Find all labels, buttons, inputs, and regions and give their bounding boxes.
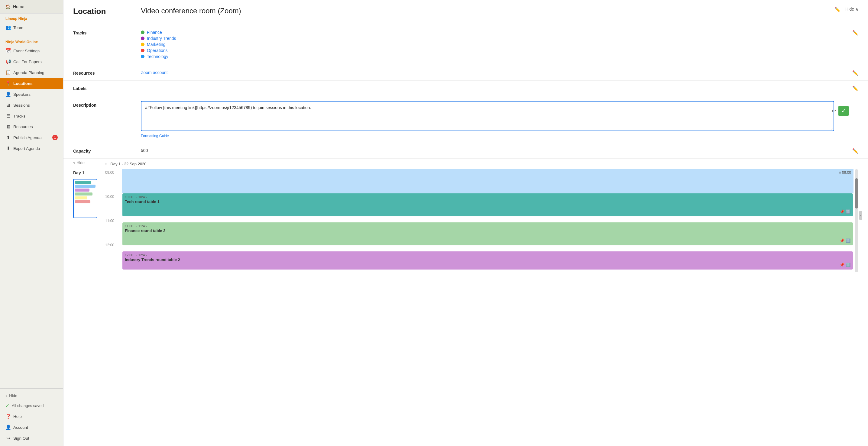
location-icon: 📍: [5, 81, 11, 86]
publish-agenda-label: Publish Agenda: [13, 135, 42, 140]
chevron-up-icon: ∧: [855, 7, 858, 11]
call-for-papers-label: Call For Papers: [13, 60, 42, 64]
sidebar-item-locations[interactable]: 📍 Locations: [0, 78, 63, 89]
session-time: 12:00 → 12:45: [125, 253, 850, 257]
info-icon: ℹ️: [846, 238, 850, 243]
scrollbar-track[interactable]: [855, 169, 858, 272]
labels-edit-button[interactable]: ✏️: [852, 86, 858, 91]
schedule-hide-col: < Hide Day 1: [73, 159, 100, 272]
track-item: Industry Trends: [141, 36, 858, 41]
sidebar-item-resources[interactable]: 🖥 Resources: [0, 122, 63, 132]
all-changes-saved: ✓ All changes saved: [0, 401, 63, 411]
sidebar-item-speakers[interactable]: 👤 Speakers: [0, 89, 63, 100]
page-title-col: Location: [73, 7, 133, 21]
lineup-ninja-label: Lineup Ninja: [0, 13, 63, 22]
main-content: Location Video conference room (Zoom) ✏️…: [63, 0, 868, 446]
formatting-guide-link[interactable]: Formatting Guide: [141, 134, 169, 138]
schedule-nav-prev[interactable]: ‹: [105, 161, 107, 166]
schedule-hide-button[interactable]: < Hide: [73, 159, 85, 167]
topbar: Location Video conference room (Zoom) ✏️…: [63, 0, 868, 25]
agenda-icon: 📋: [5, 70, 11, 75]
sidebar-item-call-for-papers[interactable]: 📢 Call For Papers: [0, 56, 63, 67]
location-name-col: Video conference room (Zoom): [133, 7, 834, 25]
sessions-label: Sessions: [13, 103, 30, 107]
thumb-bar: [75, 192, 92, 195]
thumb-bar: [75, 196, 87, 199]
resources-field-value: Zoom account: [133, 70, 858, 75]
sidebar-item-export-agenda[interactable]: ⬇ Export Agenda: [0, 143, 63, 154]
track-name: Operations: [147, 48, 167, 53]
collapse-right-button[interactable]: ‹: [859, 211, 862, 220]
sidebar: 🏠 Home Lineup Ninja 👥 Team Ninja World O…: [0, 0, 63, 446]
info-icon: ℹ️: [846, 210, 850, 214]
day1-label: Day 1: [73, 169, 84, 177]
publish-badge: 1: [52, 135, 58, 140]
session-card[interactable]: 11:00 → 11:45 Finance round table 2 📌 ℹ️: [122, 222, 853, 245]
description-confirm-button[interactable]: ✓: [838, 106, 849, 116]
description-undo-button[interactable]: ↩: [831, 107, 836, 114]
sidebar-item-tracks[interactable]: ☰ Tracks: [0, 110, 63, 122]
description-field-value: Formatting Guide ↩ ✓: [133, 101, 858, 138]
session-name: Finance round table 2: [125, 228, 850, 233]
pin-icon: 📌: [840, 238, 844, 243]
capacity-edit-button[interactable]: ✏️: [852, 148, 858, 154]
event-settings-label: Event Settings: [13, 49, 39, 53]
sidebar-home[interactable]: 🏠 Home: [0, 0, 63, 13]
location-name-edit-button[interactable]: ✏️: [834, 7, 845, 17]
day-thumbnail: [73, 179, 97, 218]
sidebar-item-agenda-planning[interactable]: 📋 Agenda Planning: [0, 67, 63, 78]
labels-row: Labels ✏️: [63, 81, 868, 96]
team-icon: 👥: [5, 25, 11, 30]
session-card[interactable]: 10:00 → 10:45 Tech round table 1 📌 ℹ️: [122, 193, 853, 216]
scrollbar-thumb[interactable]: [855, 178, 858, 209]
tracks-icon: ☰: [5, 113, 11, 119]
track-item: Marketing: [141, 42, 858, 47]
sessions-column: ≡ 09:00 10:00 → 10:45 Tech round table 1…: [122, 169, 854, 272]
sidebar-item-publish-agenda[interactable]: ⬆ Publish Agenda 1: [0, 132, 63, 143]
description-actions: ↩ ✓: [831, 106, 849, 116]
capacity-row: Capacity 500 ✏️: [63, 143, 868, 159]
session-time: 11:00 → 11:45: [125, 224, 850, 228]
track-dot: [141, 49, 145, 52]
track-dot: [141, 42, 145, 46]
sidebar-item-account[interactable]: 👤 Account: [0, 422, 63, 433]
time-column: 09:0010:0011:0012:00: [105, 169, 122, 272]
track-name: Technology: [147, 54, 168, 59]
resources-label: Resources: [13, 125, 33, 129]
sessions-container: 10:00 → 10:45 Tech round table 1 📌 ℹ️ 11…: [122, 169, 854, 272]
sidebar-hide[interactable]: ‹ Hide: [0, 391, 63, 401]
sign-out-icon: ↪: [5, 436, 11, 441]
speakers-label: Speakers: [13, 92, 31, 97]
sidebar-item-sign-out[interactable]: ↪ Sign Out: [0, 433, 63, 444]
page-title: Location: [73, 7, 133, 16]
sidebar-item-team[interactable]: 👥 Team: [0, 22, 63, 33]
sidebar-item-event-settings[interactable]: 📅 Event Settings: [0, 45, 63, 56]
session-card[interactable]: 12:00 → 12:45 Industry Trends round tabl…: [122, 251, 853, 269]
description-textarea[interactable]: [141, 101, 834, 131]
schedule-header: ‹ Day 1 - 22 Sep 2020: [105, 159, 858, 169]
pin-icon: 📌: [840, 210, 844, 214]
team-label: Team: [13, 25, 23, 30]
agenda-planning-label: Agenda Planning: [13, 70, 44, 75]
export-agenda-label: Export Agenda: [13, 146, 40, 151]
publish-icon: ⬆: [5, 135, 11, 140]
session-time: 10:00 → 10:45: [125, 195, 850, 199]
sidebar-item-help[interactable]: ❓ Help: [0, 411, 63, 422]
schedule-grid: ‹ Day 1 - 22 Sep 2020 09:0010:0011:0012:…: [105, 159, 858, 272]
zoom-account-link[interactable]: Zoom account: [141, 70, 168, 75]
content-area: Tracks FinanceIndustry TrendsMarketingOp…: [63, 25, 868, 446]
time-slot: 11:00: [105, 218, 122, 242]
resources-row: Resources Zoom account ✏️: [63, 65, 868, 81]
track-item: Technology: [141, 54, 858, 59]
account-icon: 👤: [5, 424, 11, 430]
pin-icon: 📌: [840, 263, 844, 267]
topbar-hide-button[interactable]: Hide ∧: [845, 7, 858, 16]
sidebar-item-sessions[interactable]: ⊞ Sessions: [0, 100, 63, 110]
track-item: Finance: [141, 30, 858, 35]
tracks-edit-button[interactable]: ✏️: [852, 30, 858, 36]
track-dot: [141, 31, 145, 34]
sign-out-label: Sign Out: [13, 436, 29, 441]
resources-edit-button[interactable]: ✏️: [852, 70, 858, 76]
info-icon: ℹ️: [846, 263, 850, 267]
track-name: Industry Trends: [147, 36, 176, 41]
